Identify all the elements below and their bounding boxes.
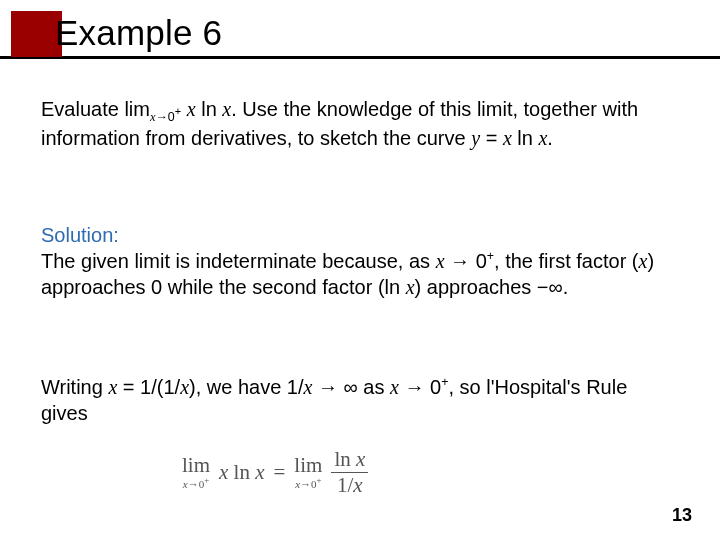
- t: →: [312, 376, 343, 398]
- t: as: [358, 376, 390, 398]
- t: x: [503, 127, 512, 149]
- fraction: ln x 1/x: [331, 448, 368, 495]
- lhs-expr: x ln x: [219, 460, 265, 485]
- t: →: [445, 250, 476, 272]
- t: x: [436, 250, 445, 272]
- t: = 1/(1/: [117, 376, 180, 398]
- t: x: [108, 376, 117, 398]
- t: x→0+: [295, 476, 321, 490]
- t: ln: [512, 127, 539, 149]
- solution-label: Solution:: [41, 224, 119, 246]
- t: lim: [182, 455, 210, 476]
- t: +: [487, 249, 494, 263]
- lim-rhs: lim x→0+: [294, 455, 322, 490]
- lim-lhs: lim x→0+: [182, 455, 210, 490]
- t: ), we have 1/: [189, 376, 304, 398]
- t: The given limit is indeterminate because…: [41, 250, 436, 272]
- t: 0: [168, 110, 175, 124]
- t: lim: [294, 455, 322, 476]
- t: x: [406, 276, 415, 298]
- t: ∞: [344, 376, 358, 398]
- equation-display: lim x→0+ x ln x = lim x→0+ ln x 1/x: [182, 444, 498, 500]
- frac-bot: 1/x: [334, 473, 366, 496]
- frac-top: ln x: [331, 448, 368, 471]
- t: x: [222, 98, 231, 120]
- t: ln: [196, 98, 223, 120]
- problem-text: Evaluate limx→0+ x ln x. Use the knowled…: [41, 96, 676, 151]
- t: x→0+: [183, 476, 209, 490]
- equation: lim x→0+ x ln x = lim x→0+ ln x 1/x: [182, 444, 498, 500]
- t: x: [180, 376, 189, 398]
- t: 0: [430, 376, 441, 398]
- t: =: [274, 460, 286, 485]
- page-number: 13: [672, 505, 692, 526]
- t: x: [187, 98, 196, 120]
- t: y: [471, 127, 480, 149]
- slide-title: Example 6: [55, 13, 222, 53]
- t: .: [547, 127, 553, 149]
- t: →: [399, 376, 430, 398]
- t: x: [390, 376, 399, 398]
- t: =: [480, 127, 503, 149]
- t: , the first factor (: [494, 250, 638, 272]
- t: →: [155, 110, 167, 124]
- t: ) approaches −∞.: [415, 276, 569, 298]
- writing-text: Writing x = 1/(1/x), we have 1/x → ∞ as …: [41, 374, 676, 426]
- t: x: [538, 127, 547, 149]
- solution-text: Solution: The given limit is indetermina…: [41, 222, 676, 300]
- t: Evaluate lim: [41, 98, 150, 120]
- header-rule: [0, 56, 720, 59]
- t: 0: [476, 250, 487, 272]
- t: Writing: [41, 376, 108, 398]
